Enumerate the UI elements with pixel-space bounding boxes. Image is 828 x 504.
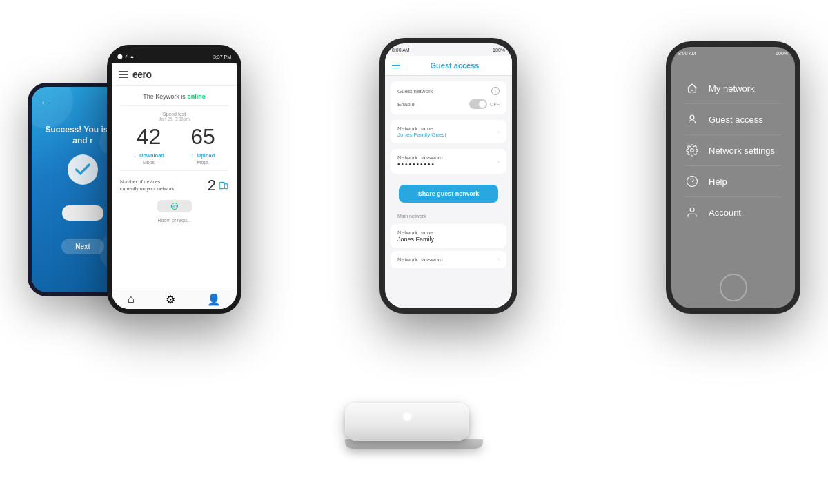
menu-label-my-network: My network [709,83,754,94]
nav-person-icon[interactable]: 👤 [207,293,221,306]
menu-item-network-settings[interactable]: Network settings [685,135,781,166]
menu-label-guest-access: Guest access [709,114,763,125]
status-time-3: 8:00 AM [392,48,410,52]
svg-point-2 [690,115,694,119]
router-illustration: eero [157,200,192,212]
ios-status-bar-3: 8:00 AM 100% [385,43,512,56]
nav-home-icon[interactable]: ⌂ [128,293,135,306]
eero-logo: eero [132,69,152,80]
help-icon [685,174,699,188]
menu-item-my-network[interactable]: My network [685,73,781,104]
download-arrow-icon: ↓ [133,152,137,159]
main-name-label: Network name [397,230,434,236]
password-label: Network password [397,154,443,161]
upload-arrow-icon: ↑ [191,152,195,159]
main-password-label: Network password [397,256,443,263]
upload-unit: Mbps [190,160,215,165]
check-circle [68,154,98,185]
network-name-section: Network name Jones Family Guest › [391,120,506,143]
download-unit: Mbps [133,160,164,165]
nav-gear-icon[interactable]: ⚙ [166,293,175,306]
svg-rect-1 [224,184,228,189]
status-time: 3:37 PM [213,54,231,59]
menu-label-help: Help [709,177,727,187]
svg-point-6 [690,208,694,212]
guest-network-label: Guest network [397,88,433,94]
home-icon [685,81,699,95]
main-network-header: Main network [391,214,506,219]
guest-network-section: Guest network i Enable OFF [391,81,506,114]
online-status: online [187,93,206,100]
download-speed: 42 ↓ Download Mbps [133,125,164,165]
upload-number: 65 [190,125,215,148]
chevron-password-icon: › [497,159,500,165]
account-icon [685,205,699,219]
menu-item-account[interactable]: Account [685,197,781,228]
navigation-menu: My network Guest access Network settings [671,59,795,267]
download-number: 42 [133,125,164,148]
password-dots: •••••••••• [397,161,443,168]
enable-toggle[interactable] [469,99,487,109]
network-name-value: Jones Family Guest [397,132,446,138]
device-count-section: Number of devicescurrently on your netwo… [120,177,228,194]
help-svg [686,175,698,188]
devices-label: Number of devicescurrently on your netwo… [120,179,175,192]
main-chevron-icon: › [497,256,500,263]
home-svg [686,82,698,94]
guest-svg [686,113,698,125]
menu-label-network-settings: Network settings [709,145,775,156]
status-icons: ⬤ ✓ ▲ [117,54,135,59]
account-svg [686,206,698,219]
info-icon[interactable]: i [491,87,500,95]
settings-icon [685,143,699,157]
eero-device-body [345,403,469,441]
menu-item-guest-access[interactable]: Guest access [685,104,781,135]
download-label: Download [139,152,164,159]
devices-icon [219,181,228,190]
phone-menu: 8:00 AM 100% My network Guest access [666,41,800,314]
back-arrow-icon[interactable]: ← [40,97,51,109]
room-label: Room of requ... [120,218,228,223]
app-header: eero [112,63,237,86]
menu-icon[interactable] [392,63,400,69]
upload-label: Upload [197,152,215,159]
nav-bar: ⌂ ⚙ 👤 [112,290,237,309]
status-battery-4: 100% [776,51,788,56]
speed-test-label: Speed test [120,112,228,117]
android-status-bar: ⬤ ✓ ▲ 3:37 PM [112,50,237,63]
phone-eero-android: ⬤ ✓ ▲ 3:37 PM eero The Keywork is online… [107,45,241,314]
status-battery-3: 100% [493,48,505,52]
main-name-value: Jones Family [397,236,434,243]
home-button[interactable] [720,274,747,301]
menu-item-help[interactable]: Help [685,166,781,197]
upload-speed: 65 ↑ Upload Mbps [190,125,215,165]
guest-icon [685,112,699,126]
menu-label-account: Account [709,208,741,218]
network-name-label: Network name [397,125,446,132]
ios-status-bar-4: 8:00 AM 100% [671,47,795,59]
checkmark-icon [73,160,92,179]
speed-test-date: Jan 25, 3:36pm [120,117,228,121]
eero-device-base [345,439,483,449]
scene: ← Success! You is up and r Next ⬤ ✓ ▲ 3:… [0,0,828,504]
hamburger-menu-icon[interactable] [119,71,128,78]
device-count-number: 2 [208,177,216,194]
network-status: The Keywork is online [120,93,228,100]
share-guest-network-button[interactable]: Share guest network [399,185,498,203]
main-password-section: Network password › [391,251,506,268]
phone-guest-access: 8:00 AM 100% Guest access Guest network … [379,38,518,314]
eero-device-illustration [62,205,103,221]
enable-label: Enable [397,101,415,108]
password-section: Network password •••••••••• › [391,149,506,174]
svg-point-4 [687,177,698,187]
next-button[interactable]: Next [61,239,104,254]
svg-point-3 [691,149,694,152]
svg-rect-0 [219,182,224,188]
eero-hardware-device [345,403,483,449]
main-network-name-section: Network name Jones Family [391,224,506,248]
guest-access-header: Guest access [385,56,512,76]
toggle-state-label: OFF [490,102,500,107]
status-time-4: 8:00 AM [678,51,696,56]
chevron-icon: › [497,129,500,135]
page-title: Guest access [404,61,505,70]
